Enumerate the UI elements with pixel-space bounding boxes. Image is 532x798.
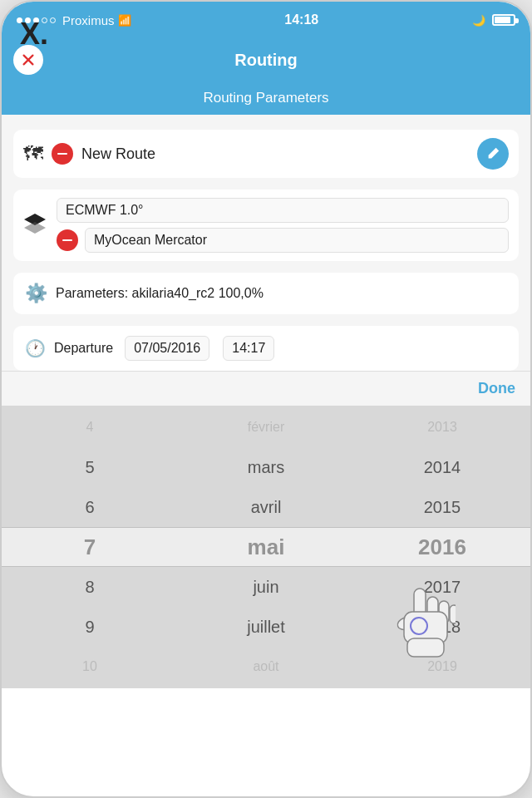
dot5 (50, 17, 56, 23)
status-bar-right: 🌙 (472, 14, 515, 27)
edit-route-button[interactable] (477, 138, 509, 170)
route-row: 🗺 (13, 130, 519, 178)
nav-title: Routing (234, 51, 298, 70)
day-item-8: 8 (2, 567, 178, 607)
models-card: ECMWF 1.0° MyOcean Mercator (13, 190, 519, 261)
sub-header: Routing Parameters (2, 81, 530, 115)
map-icon: 🗺 (23, 142, 43, 165)
year-2018: 2018 (354, 607, 530, 647)
carrier-label: Proximus (62, 13, 115, 27)
time-label: 14:18 (284, 12, 318, 27)
pencil-icon (485, 146, 500, 161)
month-column[interactable]: février mars avril mai juin juillet août (178, 406, 354, 688)
route-name-input[interactable] (81, 145, 469, 163)
close-icon (21, 52, 36, 67)
battery-icon (492, 14, 515, 26)
moon-icon: 🌙 (472, 14, 485, 27)
picker-drums: 4 5 6 7 8 9 10 février mars avril mai ju… (2, 406, 530, 688)
day-item-4: 4 (2, 407, 178, 447)
status-bar: Proximus 📶 14:18 🌙 (2, 2, 530, 38)
nav-bar: Routing (2, 38, 530, 81)
day-item-6: 6 (2, 487, 178, 527)
month-fevrier: février (178, 407, 354, 447)
day-item-9: 9 (2, 607, 178, 647)
phone-frame: X. Proximus 📶 14:18 🌙 (0, 0, 532, 798)
year-2015: 2015 (354, 487, 530, 527)
departure-row: 🕐 Departure 07/05/2016 14:17 (13, 326, 519, 371)
done-button[interactable]: Done (478, 380, 515, 397)
month-mai: mai (178, 527, 354, 567)
year-2014: 2014 (354, 447, 530, 487)
departure-time[interactable]: 14:17 (223, 336, 274, 361)
day-item-7: 7 (2, 527, 178, 567)
watermark: X. (20, 17, 48, 52)
models-list: ECMWF 1.0° MyOcean Mercator (57, 198, 509, 253)
year-2016: 2016 (354, 527, 530, 567)
year-column[interactable]: 2013 2014 2015 2016 2017 2018 2019 (354, 406, 530, 688)
year-2019: 2019 (354, 647, 530, 687)
departure-icon: 🕐 (25, 338, 46, 358)
layers-icon (23, 211, 47, 239)
month-juin: juin (178, 567, 354, 607)
remove-route-button[interactable] (52, 143, 73, 165)
picker-section[interactable]: 4 5 6 7 8 9 10 février mars avril mai ju… (2, 406, 530, 688)
month-aout: août (178, 647, 354, 687)
month-juillet: juillet (178, 607, 354, 647)
myocean-row: MyOcean Mercator (57, 228, 509, 253)
done-bar: Done (2, 371, 530, 406)
month-avril: avril (178, 487, 354, 527)
params-text: Parameters: akilaria40_rc2 100,0% (56, 286, 264, 301)
main-content: 🗺 ECMWF 1.0° MyOcean Mercat (2, 115, 530, 371)
day-item-10: 10 (2, 647, 178, 687)
year-2017: 2017 (354, 567, 530, 607)
battery-fill (495, 17, 510, 23)
gear-icon: ⚙️ (25, 283, 47, 304)
myocean-model[interactable]: MyOcean Mercator (85, 228, 509, 253)
ecmwf-model[interactable]: ECMWF 1.0° (57, 198, 509, 223)
year-2013: 2013 (354, 407, 530, 447)
day-item-5: 5 (2, 447, 178, 487)
departure-label: Departure (54, 341, 113, 356)
departure-date[interactable]: 07/05/2016 (125, 336, 209, 361)
day-column[interactable]: 4 5 6 7 8 9 10 (2, 406, 178, 688)
params-row: ⚙️ Parameters: akilaria40_rc2 100,0% (13, 273, 519, 314)
svg-marker-3 (24, 222, 46, 234)
sub-header-title: Routing Parameters (203, 90, 328, 106)
remove-myocean-button[interactable] (57, 229, 78, 251)
wifi-icon: 📶 (118, 14, 131, 27)
month-mars: mars (178, 447, 354, 487)
